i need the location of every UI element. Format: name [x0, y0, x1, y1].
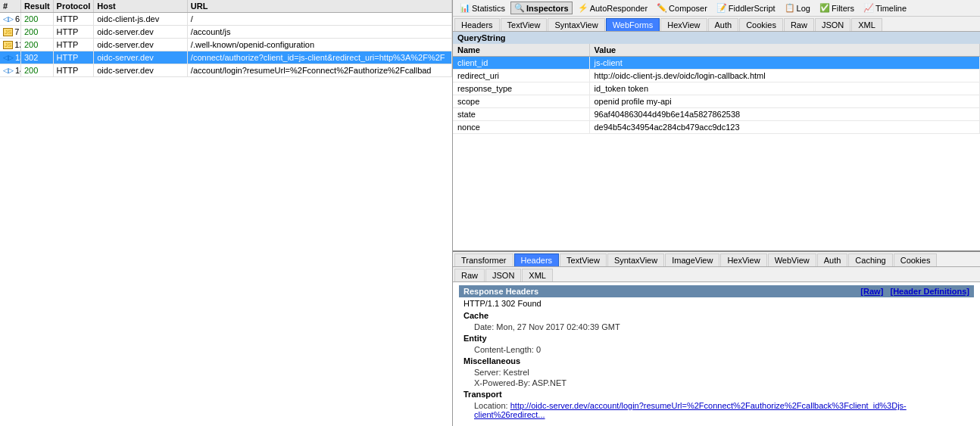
tab-response2-xml[interactable]: XML — [522, 269, 553, 281]
response-header-item: Content-Length: 0 — [459, 344, 974, 355]
autoresponder-icon: ⚡ — [578, 3, 588, 13]
session-table: # Result Protocol Host URL ◁▷6 200 HTTP … — [0, 0, 452, 77]
table-row[interactable]: JS7 200 HTTP oidc-server.dev /account/js — [0, 26, 452, 39]
autoresponder-button[interactable]: ⚡ AutoResponder — [574, 2, 651, 14]
tab-response-hexview[interactable]: HexView — [720, 253, 766, 266]
table-row[interactable]: scope openid profile my-api — [453, 95, 980, 108]
tab-response-textview[interactable]: TextView — [560, 253, 607, 266]
header-defs-link[interactable]: [Header Definitions] — [890, 287, 969, 296]
session-host: oidc-server.dev — [94, 64, 188, 77]
table-row[interactable]: redirect_uri http://oidc-client-js.dev/o… — [453, 70, 980, 82]
statistics-button[interactable]: 📊 Statistics — [456, 2, 509, 14]
fiddlerscript-icon: 📝 — [716, 3, 727, 13]
inspectors-button[interactable]: 🔍 Inspectors — [510, 2, 573, 14]
filters-label: Filters — [832, 4, 854, 13]
session-protocol: HTTP — [53, 13, 94, 26]
tab-request-headers[interactable]: Headers — [454, 18, 500, 31]
qs-value: 96af404863044d49b6e14a5827862538 — [589, 108, 980, 121]
arrows-icon: ◁▷ — [3, 67, 14, 74]
inspectors-label: Inspectors — [526, 4, 569, 13]
qs-value: id_token token — [589, 82, 980, 95]
querystring-table: Name Value client_id js-client redirect_… — [453, 44, 980, 134]
tab-response-transformer[interactable]: Transformer — [454, 253, 513, 266]
qs-value: de94b54c34954ac284cb479acc9dc123 — [589, 121, 980, 134]
js-icon: JS — [3, 41, 13, 49]
tab-request-json[interactable]: JSON — [815, 18, 850, 31]
session-host: oidc-server.dev — [94, 51, 188, 64]
tab-request-auth[interactable]: Auth — [708, 18, 739, 31]
tab-response-syntaxview[interactable]: SyntaxView — [607, 253, 664, 266]
tab-request-raw[interactable]: Raw — [784, 18, 814, 31]
tab-request-hexview[interactable]: HexView — [660, 18, 707, 31]
arrows-icon: ◁▷ — [3, 15, 14, 23]
location-link[interactable]: http://oidc-server.dev/account/login?res… — [474, 401, 907, 419]
log-label: Log — [797, 4, 810, 13]
session-result: 200 — [20, 39, 53, 51]
response-group-header: Cache — [459, 309, 974, 322]
response-tab-bar: TransformerHeadersTextViewSyntaxViewImag… — [453, 252, 980, 267]
tab-response-webview[interactable]: WebView — [768, 253, 816, 266]
session-host: oidc-server.dev — [94, 26, 188, 39]
response-header-item: Date: Mon, 27 Nov 2017 02:40:39 GMT — [459, 322, 974, 332]
tab-request-cookies[interactable]: Cookies — [739, 18, 783, 31]
session-result: 200 — [20, 13, 53, 26]
response-group-header: Miscellaneous — [459, 355, 974, 367]
tab-request-textview[interactable]: TextView — [501, 18, 548, 31]
response-status-line: HTTP/1.1 302 Found — [459, 297, 974, 309]
session-result: 200 — [20, 64, 53, 77]
filters-icon: ✅ — [819, 3, 830, 13]
tab-response2-raw[interactable]: Raw — [454, 269, 485, 281]
tab-request-syntaxview[interactable]: SyntaxView — [548, 18, 604, 31]
tab-response-caching[interactable]: Caching — [848, 253, 892, 266]
qs-name: nonce — [453, 121, 589, 134]
session-num: JS7 — [0, 26, 20, 39]
qs-col-value: Value — [589, 44, 980, 57]
composer-button[interactable]: ✏️ Composer — [653, 2, 711, 14]
tab-response-auth[interactable]: Auth — [817, 253, 848, 266]
arrows-icon: ◁▷ — [3, 54, 14, 61]
table-row[interactable]: ◁▷6 200 HTTP oidc-client-js.dev / — [0, 13, 452, 26]
qs-col-name: Name — [453, 44, 589, 57]
table-row[interactable]: ◁▷14 200 HTTP oidc-server.dev /account/l… — [0, 64, 452, 77]
timeline-button[interactable]: 📈 Timeline — [860, 2, 910, 14]
response-header-item: Location: http://oidc-server.dev/account… — [459, 400, 974, 420]
tab-response-cookies[interactable]: Cookies — [894, 253, 938, 266]
table-row[interactable]: ◁▷13 302 HTTP oidc-server.dev /connect/a… — [0, 51, 452, 64]
col-header-url: URL — [187, 0, 451, 13]
request-section: HeadersTextViewSyntaxViewWebFormsHexView… — [453, 17, 980, 252]
log-icon: 📋 — [785, 3, 795, 13]
filters-button[interactable]: ✅ Filters — [816, 2, 858, 14]
session-num: JS12 — [0, 39, 20, 51]
log-button[interactable]: 📋 Log — [781, 2, 814, 14]
session-url: /account/login?resumeUrl=%2Fconnect%2Fau… — [187, 64, 451, 77]
js-icon: JS — [3, 28, 13, 36]
composer-label: Composer — [669, 4, 707, 13]
session-protocol: HTTP — [53, 64, 94, 77]
fiddlerscript-button[interactable]: 📝 FiddlerScript — [713, 2, 779, 14]
tab-response2-json[interactable]: JSON — [485, 269, 521, 281]
tab-response-headers[interactable]: Headers — [514, 253, 560, 266]
table-row[interactable]: client_id js-client — [453, 57, 980, 70]
tab-request-xml[interactable]: XML — [851, 18, 882, 31]
timeline-label: Timeline — [875, 4, 907, 13]
session-host: oidc-server.dev — [94, 39, 188, 51]
table-row[interactable]: JS12 200 HTTP oidc-server.dev /.well-kno… — [0, 39, 452, 51]
response-header-item: X-Powered-By: ASP.NET — [459, 378, 974, 388]
tab-response-imageview[interactable]: ImageView — [665, 253, 719, 266]
table-row[interactable]: state 96af404863044d49b6e14a5827862538 — [453, 108, 980, 121]
tab-request-webforms[interactable]: WebForms — [606, 18, 660, 31]
table-row[interactable]: nonce de94b54c34954ac284cb479acc9dc123 — [453, 121, 980, 134]
raw-link[interactable]: [Raw] — [860, 287, 883, 296]
timeline-icon: 📈 — [863, 3, 874, 13]
col-header-host: Host — [94, 0, 188, 13]
session-url: /connect/authorize?client_id=js-client&r… — [187, 51, 451, 64]
response-section: TransformerHeadersTextViewSyntaxViewImag… — [453, 252, 980, 426]
session-num: ◁▷14 — [0, 64, 20, 77]
col-header-protocol: Protocol — [53, 0, 94, 13]
response-header-links: [Raw] [Header Definitions] — [860, 287, 969, 296]
table-row[interactable]: response_type id_token token — [453, 82, 980, 95]
querystring-label: QueryString — [453, 32, 980, 44]
statistics-icon: 📊 — [460, 3, 470, 13]
qs-value: http://oidc-client-js.dev/oidc/login-cal… — [589, 70, 980, 82]
response-headers-label: Response Headers — [463, 287, 538, 296]
